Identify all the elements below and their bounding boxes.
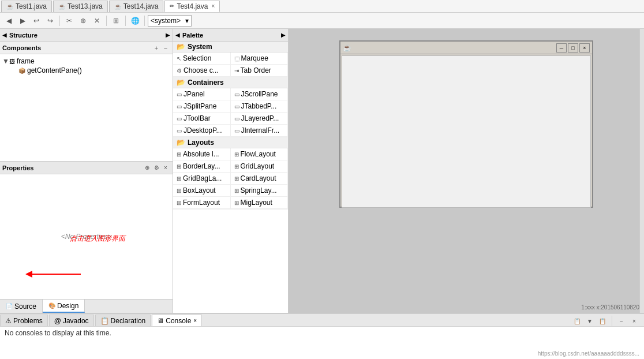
console-close-btn[interactable]: × (629, 316, 639, 326)
toolbar-delete-btn[interactable]: ✕ (91, 14, 103, 27)
console-close[interactable]: × (193, 317, 197, 324)
tab-console[interactable]: 🖥 Console × (152, 315, 202, 326)
palette-borderlayout[interactable]: ⊞ BorderLay... (173, 160, 231, 173)
source-tab[interactable]: 📄 Source (0, 300, 43, 313)
console-toolbar-btn3[interactable]: 📋 (597, 316, 608, 326)
remove-icon[interactable]: − (161, 43, 170, 53)
palette-marquee[interactable]: ⬚ Marquee (231, 53, 289, 65)
palette-jtabbedpane[interactable]: ▭ JTabbedP... (231, 100, 289, 113)
folder-icon3: 📂 (177, 139, 185, 147)
palette-jscrollpane[interactable]: ▭ JScrollPane (231, 88, 289, 100)
toolbar-cut-btn[interactable]: ✂ (63, 14, 76, 27)
item-label: JPanel (184, 90, 205, 98)
props-icon1[interactable]: ⊕ (143, 163, 152, 173)
toolbar-globe-btn[interactable]: 🌐 (129, 14, 141, 27)
form-icon: ⊞ (177, 200, 181, 206)
tab-label: Test13.java (68, 2, 103, 10)
properties-header: Properties ⊕ ⚙ × (0, 162, 173, 174)
palette-absolute[interactable]: ⊞ Absolute l... (173, 148, 231, 160)
console-toolbar-btn1[interactable]: 📋 (572, 316, 582, 326)
tab-label: Console (166, 317, 191, 325)
palette-section-containers: 📂 Containers (173, 77, 288, 88)
bottom-panel: ⚠ Problems @ Javadoc 📋 Declaration 🖥 Con… (0, 313, 644, 359)
palette-springlayout[interactable]: ⊞ SpringLay... (231, 185, 289, 197)
mig-icon: ⊞ (234, 200, 239, 206)
palette-jdesktop[interactable]: ▭ JDesktopP... (173, 125, 231, 137)
dropdown-arrow: ▾ (185, 17, 189, 25)
design-tab[interactable]: 🎨 Design (43, 300, 85, 313)
separator4 (144, 16, 145, 26)
tree-item-contentpane[interactable]: 📦 getContentPane() (2, 66, 170, 75)
tree-label: getContentPane() (27, 66, 82, 74)
console-minimize[interactable]: − (616, 316, 627, 326)
palette-formlayout[interactable]: ⊞ FormLayout (173, 197, 231, 209)
palette-gridbaglayout[interactable]: ⊞ GridBagLa... (173, 173, 231, 185)
structure-header: ◀ Structure ▶ (0, 29, 173, 42)
console-message: No consoles to display at this time. (5, 329, 111, 337)
frame-icon: 🖼 (9, 58, 15, 65)
tab-label: Problems (13, 317, 43, 325)
tab-test14[interactable]: ☕ Test14.java (109, 1, 164, 12)
toolbar-forward-btn[interactable]: ▶ (16, 14, 29, 27)
item-label: JScrollPane (241, 90, 278, 98)
item-label: FormLayout (183, 199, 220, 207)
palette-gridlayout[interactable]: ⊞ GridLayout (231, 160, 289, 173)
palette-boxlayout[interactable]: ⊞ BoxLayout (173, 185, 231, 197)
palette-choose[interactable]: ⚙ Choose c... (173, 65, 231, 77)
toolbar-btn2[interactable]: ↪ (44, 14, 57, 27)
maximize-btn[interactable]: □ (568, 43, 578, 53)
pane-icon: 📦 (18, 68, 25, 74)
tree-item-frame[interactable]: ▼ 🖼 frame (2, 57, 170, 66)
edit-icon: ✏ (170, 3, 174, 9)
add-icon[interactable]: + (152, 43, 161, 53)
toolbar-back-btn[interactable]: ◀ (2, 14, 15, 27)
palette-jinternal[interactable]: ▭ JInternalFr... (231, 125, 289, 137)
props-icon2[interactable]: ⚙ (152, 163, 161, 173)
palette-cardlayout[interactable]: ⊞ CardLayout (231, 173, 289, 185)
palette-jtoolbar[interactable]: ▭ JToolBar (173, 113, 231, 125)
bottom-toolbar: 📋 ▼ 📋 − × (572, 316, 644, 326)
section-label: Layouts (188, 139, 214, 147)
source-design-tabs: 📄 Source 🎨 Design (0, 299, 173, 313)
toolbar-btn1[interactable]: ↩ (30, 14, 43, 27)
taborder-icon: ⇥ (234, 68, 239, 74)
system-dropdown[interactable]: <system> ▾ (148, 15, 192, 27)
tab-problems[interactable]: ⚠ Problems (0, 315, 48, 326)
frame-titlebar: ☕ ─ □ × (340, 42, 592, 54)
palette-panel: ◀ Palette ▶ 📂 System ↖ Selection ⬚ Marqu… (173, 29, 289, 313)
palette-selection[interactable]: ↖ Selection (173, 53, 231, 65)
arrow-indicator (17, 265, 87, 285)
item-label: Tab Order (241, 66, 271, 74)
structure-panel: ◀ Structure ▶ Components + − ▼ 🖼 frame (0, 29, 173, 162)
console-toolbar-btn2[interactable]: ▼ (585, 316, 595, 326)
toolbar-grid-btn[interactable]: ⊞ (110, 14, 122, 27)
tab-declaration[interactable]: 📋 Declaration (95, 315, 151, 326)
canvas-scrollbar[interactable] (639, 29, 644, 313)
tab-test1[interactable]: ☕ Test1.java (1, 1, 52, 12)
palette-flowlayout[interactable]: ⊞ FlowLayout (231, 148, 289, 160)
minimize-btn[interactable]: ─ (556, 43, 567, 53)
jtoolbar-icon: ▭ (177, 115, 182, 122)
props-icon3[interactable]: × (161, 163, 170, 173)
palette-taborder[interactable]: ⇥ Tab Order (231, 65, 289, 77)
system-label: <system> (151, 17, 181, 25)
palette-jpanel[interactable]: ▭ JPanel (173, 88, 231, 100)
console-icon: 🖥 (157, 317, 164, 325)
separator3 (125, 16, 126, 26)
tab-label: Declaration (111, 317, 146, 325)
tab-test4[interactable]: ✏ Test4.java × (164, 1, 220, 12)
java-icon: ☕ (114, 3, 121, 10)
item-label: Absolute l... (183, 150, 219, 158)
close-icon[interactable]: × (211, 3, 215, 9)
item-label: JDesktopP... (184, 126, 222, 134)
palette-miglayout[interactable]: ⊞ MigLayout (231, 197, 289, 209)
palette-jsplitpane[interactable]: ▭ JSplitPane (173, 100, 231, 113)
toolbar-copy-btn[interactable]: ⊕ (77, 14, 89, 27)
tab-javadoc[interactable]: @ Javadoc (49, 315, 94, 326)
palette-section-system: 📂 System (173, 42, 288, 53)
jpanel-icon: ▭ (177, 91, 182, 98)
jsplit-icon: ▭ (177, 103, 182, 110)
close-btn[interactable]: × (579, 43, 590, 53)
palette-jlayered[interactable]: ▭ JLayeredP... (231, 113, 289, 125)
tab-test13[interactable]: ☕ Test13.java (53, 1, 108, 12)
